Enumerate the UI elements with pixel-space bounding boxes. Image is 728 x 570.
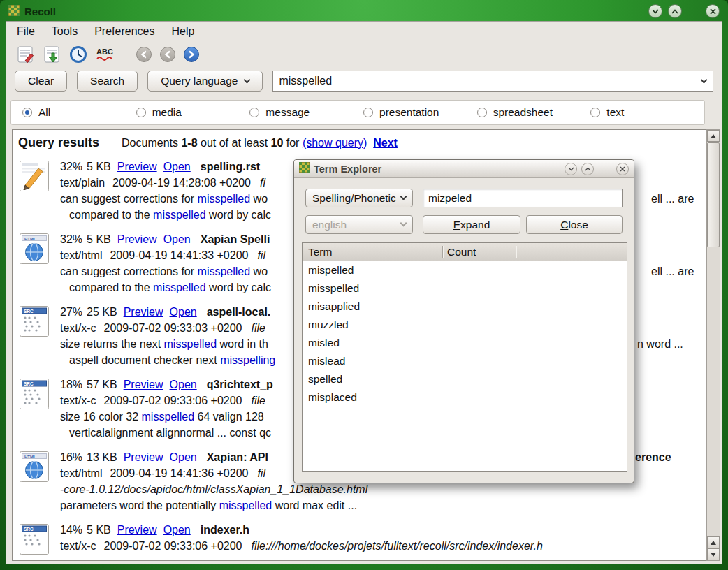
snippet-text: word max edit ...: [272, 499, 357, 511]
shade-button[interactable]: [648, 4, 662, 18]
snippet-text: compared to the: [69, 282, 153, 293]
result-size: 13 KB: [87, 451, 117, 463]
radio-selected-icon: [22, 108, 32, 117]
expand-mode-combobox[interactable]: Spelling/Phonetic: [305, 189, 413, 207]
term-row[interactable]: misapplied: [303, 298, 627, 316]
filter-message[interactable]: message: [249, 106, 363, 119]
snippet-text: compared to the: [69, 209, 153, 221]
search-query-input[interactable]: [273, 75, 701, 87]
query-mode-combobox[interactable]: Query language: [147, 71, 263, 92]
result-size: 25 KB: [87, 306, 117, 318]
snippet-text: can suggest corrections for: [60, 265, 198, 277]
scroll-up-button[interactable]: [707, 536, 720, 548]
result-url: file:///home/dockes/projets/fulltext/rec…: [252, 540, 543, 552]
results-header: Query resultsDocuments 1-8 out of at lea…: [18, 136, 706, 150]
result-url-fragment: fi: [260, 177, 265, 189]
next-page-icon[interactable]: [184, 47, 199, 62]
radio-icon: [136, 108, 146, 117]
close-dialog-button[interactable]: Close: [526, 215, 623, 234]
first-page-icon[interactable]: [136, 47, 152, 62]
radio-icon: [590, 108, 600, 117]
result-relevance: 18%: [60, 379, 82, 390]
preview-link[interactable]: Preview: [124, 379, 163, 390]
open-link[interactable]: Open: [170, 306, 197, 318]
radio-icon: [363, 108, 373, 117]
open-link[interactable]: Open: [163, 161, 191, 173]
snippet-text: word by calc: [206, 209, 271, 221]
menu-preferences[interactable]: Preferences: [88, 24, 161, 39]
filter-spreadsheet[interactable]: spreadsheet: [477, 106, 591, 119]
expand-button[interactable]: Expand: [423, 215, 520, 234]
filter-media[interactable]: media: [136, 106, 250, 119]
term-row[interactable]: misled: [303, 334, 627, 352]
language-combobox[interactable]: english: [305, 215, 413, 234]
source-file-icon: SRC: [18, 522, 60, 558]
term-input-field[interactable]: [423, 189, 623, 207]
dialog-unshade-button[interactable]: [581, 163, 594, 175]
close-button[interactable]: [706, 4, 720, 18]
preview-link[interactable]: Preview: [124, 451, 163, 463]
column-header-term[interactable]: Term: [303, 246, 332, 258]
dialog-close-button[interactable]: [616, 163, 629, 175]
menu-tools[interactable]: Tools: [45, 24, 84, 39]
term-row[interactable]: mislead: [303, 352, 627, 370]
preview-link[interactable]: Preview: [117, 233, 157, 245]
result-relevance: 32%: [60, 161, 82, 173]
search-button[interactable]: Search: [77, 71, 138, 92]
result-size: 5 KB: [87, 524, 111, 536]
menu-file[interactable]: File: [10, 24, 41, 39]
filter-presentation[interactable]: presentation: [363, 106, 477, 119]
column-header-count[interactable]: Count: [447, 246, 476, 258]
term-row[interactable]: misspelled: [303, 279, 627, 298]
prev-page-icon[interactable]: [160, 47, 175, 62]
dialog-titlebar[interactable]: Term Explorer: [294, 160, 634, 178]
open-link[interactable]: Open: [163, 524, 191, 536]
term-row[interactable]: mispelled: [303, 261, 627, 279]
clear-search-icon[interactable]: [16, 45, 34, 64]
clear-button[interactable]: Clear: [15, 71, 67, 92]
preview-link[interactable]: Preview: [117, 524, 157, 536]
result-mime: text/html: [60, 249, 102, 261]
show-query-link[interactable]: (show query): [303, 137, 367, 149]
snippet-text: ell ... are: [651, 263, 694, 279]
next-page-link[interactable]: Next: [373, 137, 398, 149]
filter-text[interactable]: text: [590, 106, 704, 119]
save-query-icon[interactable]: [43, 45, 61, 64]
open-link[interactable]: Open: [163, 233, 191, 245]
preview-link[interactable]: Preview: [124, 306, 163, 318]
term-input[interactable]: [423, 189, 622, 207]
results-scrollbar[interactable]: [706, 129, 720, 561]
term-row[interactable]: muzzled: [303, 316, 627, 334]
unshade-button[interactable]: [668, 4, 682, 18]
result-mime: text/x-c: [60, 540, 96, 552]
term-row[interactable]: spelled: [303, 370, 627, 388]
arrow-up-icon: [711, 131, 716, 138]
menubar: File Tools Preferences Help: [6, 22, 722, 41]
term-table-header[interactable]: Term Count: [303, 243, 627, 261]
snippet-text: n word ...: [637, 336, 683, 352]
result-title: Xapian Spelli: [201, 233, 270, 245]
filter-all[interactable]: All: [22, 106, 136, 119]
term-row[interactable]: misplaced: [303, 388, 627, 407]
result-mime: text/x-c: [60, 322, 96, 334]
term-explorer-abc-icon[interactable]: ABC: [96, 45, 117, 64]
result-title: spelling.rst: [201, 161, 260, 173]
column-divider: [516, 246, 516, 258]
menu-help[interactable]: Help: [165, 24, 201, 39]
open-link[interactable]: Open: [170, 379, 197, 390]
dialog-shade-button[interactable]: [565, 163, 577, 175]
scrollbar-thumb[interactable]: [707, 142, 720, 247]
open-link[interactable]: Open: [170, 451, 197, 463]
scroll-up-button[interactable]: [707, 130, 720, 142]
column-divider: [442, 246, 443, 258]
svg-text:HTML: HTML: [24, 237, 36, 241]
scroll-down-button[interactable]: [707, 548, 720, 560]
snippet-text: word by calc: [206, 282, 271, 293]
result-date: 2009-07-02 09:33:03 +0200: [104, 322, 242, 334]
highlighted-term: misspelled: [198, 265, 251, 277]
search-query-combobox[interactable]: [272, 71, 713, 92]
snippet-text: word in th: [217, 338, 268, 350]
preview-link[interactable]: Preview: [117, 161, 157, 173]
source-file-icon: SRC: [18, 304, 60, 368]
history-clock-icon[interactable]: [69, 45, 87, 64]
